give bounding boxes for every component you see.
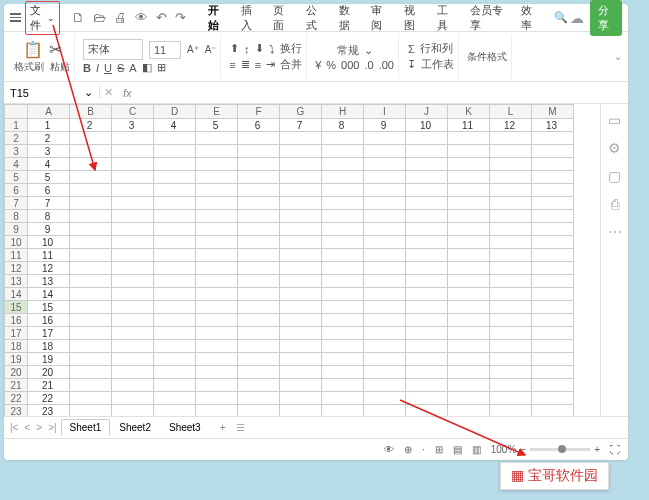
- cell[interactable]: [196, 392, 238, 405]
- row-header-5[interactable]: 5: [5, 171, 28, 184]
- ribbon-tab-5[interactable]: 审阅: [365, 0, 396, 36]
- sheet-tab-Sheet3[interactable]: Sheet3: [160, 419, 210, 436]
- cell[interactable]: [448, 197, 490, 210]
- cell[interactable]: [70, 301, 112, 314]
- cell[interactable]: [406, 158, 448, 171]
- cell[interactable]: [280, 132, 322, 145]
- cell[interactable]: 6: [238, 119, 280, 132]
- increase-font-icon[interactable]: A⁺: [187, 44, 199, 55]
- cell[interactable]: [322, 184, 364, 197]
- prev-sheet-icon[interactable]: <: [24, 422, 30, 433]
- cell[interactable]: [154, 379, 196, 392]
- col-header-B[interactable]: B: [70, 105, 112, 119]
- cell[interactable]: [154, 314, 196, 327]
- cell[interactable]: [532, 262, 574, 275]
- border-button[interactable]: ⊞: [157, 61, 166, 74]
- cell[interactable]: [490, 210, 532, 223]
- cell[interactable]: 2: [70, 119, 112, 132]
- row-header-8[interactable]: 8: [5, 210, 28, 223]
- cell[interactable]: 16: [28, 314, 70, 327]
- cell[interactable]: [154, 132, 196, 145]
- row-header-2[interactable]: 2: [5, 132, 28, 145]
- ribbon-tab-0[interactable]: 开始: [202, 0, 233, 36]
- cell[interactable]: [364, 184, 406, 197]
- cell[interactable]: [280, 171, 322, 184]
- row-header-6[interactable]: 6: [5, 184, 28, 197]
- cell[interactable]: [322, 275, 364, 288]
- cell[interactable]: [280, 262, 322, 275]
- undo-icon[interactable]: ↶: [156, 10, 167, 25]
- inc-decimal-icon[interactable]: .0: [364, 59, 373, 71]
- cell[interactable]: [448, 184, 490, 197]
- cell[interactable]: [154, 353, 196, 366]
- cell[interactable]: [154, 223, 196, 236]
- cell[interactable]: [70, 392, 112, 405]
- cell[interactable]: [448, 223, 490, 236]
- select-all-corner[interactable]: [5, 105, 28, 119]
- cell[interactable]: [238, 275, 280, 288]
- cell[interactable]: 20: [28, 366, 70, 379]
- cell[interactable]: [364, 197, 406, 210]
- align-top-icon[interactable]: ⬆: [230, 42, 239, 55]
- cell[interactable]: [448, 405, 490, 417]
- cell[interactable]: [70, 405, 112, 417]
- row-header-23[interactable]: 23: [5, 405, 28, 417]
- cell[interactable]: [154, 236, 196, 249]
- cell[interactable]: [238, 353, 280, 366]
- cell[interactable]: [238, 197, 280, 210]
- decrease-font-icon[interactable]: A⁻: [205, 44, 217, 55]
- cell[interactable]: [490, 132, 532, 145]
- cell[interactable]: 2: [28, 132, 70, 145]
- align-center-icon[interactable]: ≣: [241, 58, 250, 71]
- cell[interactable]: [112, 210, 154, 223]
- cell[interactable]: [322, 301, 364, 314]
- cell[interactable]: [70, 353, 112, 366]
- cell[interactable]: [154, 145, 196, 158]
- cell[interactable]: [280, 379, 322, 392]
- cell[interactable]: [238, 366, 280, 379]
- cell[interactable]: [112, 158, 154, 171]
- cell[interactable]: [238, 327, 280, 340]
- cell[interactable]: 8: [322, 119, 364, 132]
- cell[interactable]: [532, 197, 574, 210]
- cell[interactable]: [238, 314, 280, 327]
- cell[interactable]: [238, 379, 280, 392]
- cancel-icon[interactable]: ✕: [100, 86, 117, 99]
- cell[interactable]: [322, 288, 364, 301]
- cut-icon[interactable]: ✂: [49, 40, 62, 59]
- cell[interactable]: [70, 132, 112, 145]
- cell[interactable]: 4: [154, 119, 196, 132]
- cell[interactable]: [532, 223, 574, 236]
- cell[interactable]: [448, 327, 490, 340]
- cell[interactable]: [196, 314, 238, 327]
- row-header-19[interactable]: 19: [5, 353, 28, 366]
- cell[interactable]: [196, 249, 238, 262]
- ribbon-tab-3[interactable]: 公式: [300, 0, 331, 36]
- cell[interactable]: [490, 288, 532, 301]
- cell[interactable]: [196, 288, 238, 301]
- cell[interactable]: 4: [28, 158, 70, 171]
- cell[interactable]: [238, 236, 280, 249]
- cell[interactable]: [532, 158, 574, 171]
- currency-icon[interactable]: ¥: [315, 59, 321, 71]
- cell[interactable]: [196, 236, 238, 249]
- cell[interactable]: [322, 158, 364, 171]
- cell[interactable]: [490, 405, 532, 417]
- cell[interactable]: [70, 171, 112, 184]
- fullscreen-icon[interactable]: ⛶: [610, 444, 620, 455]
- row-header-10[interactable]: 10: [5, 236, 28, 249]
- cell[interactable]: [280, 314, 322, 327]
- cell[interactable]: [490, 223, 532, 236]
- cell[interactable]: [196, 223, 238, 236]
- cell[interactable]: [364, 236, 406, 249]
- cell[interactable]: [196, 184, 238, 197]
- cell[interactable]: [70, 262, 112, 275]
- cell[interactable]: [364, 223, 406, 236]
- sheet-list-icon[interactable]: ☰: [236, 422, 245, 433]
- cell[interactable]: [196, 301, 238, 314]
- cell[interactable]: [532, 340, 574, 353]
- cell[interactable]: [490, 249, 532, 262]
- settings-icon[interactable]: ⚙: [608, 140, 621, 156]
- percent-icon[interactable]: %: [326, 59, 336, 71]
- cell[interactable]: [112, 223, 154, 236]
